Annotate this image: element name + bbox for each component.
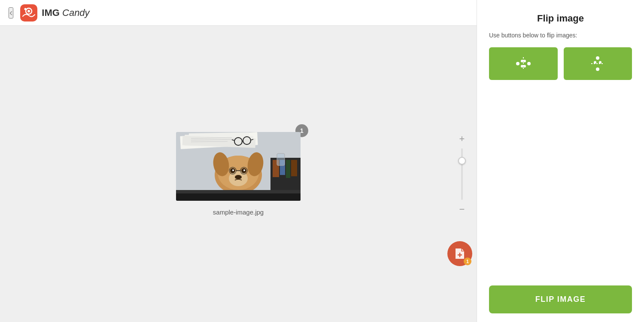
flip-buttons-row — [489, 47, 632, 80]
svg-point-2 — [27, 10, 30, 12]
zoom-out-button[interactable]: − — [456, 203, 468, 215]
svg-point-25 — [243, 169, 245, 171]
svg-rect-35 — [277, 153, 285, 166]
image-preview — [176, 132, 301, 201]
add-file-count-badge: 1 — [464, 258, 471, 265]
logo-icon — [19, 3, 38, 22]
sidebar-title: Flip image — [489, 13, 632, 24]
zoom-slider-thumb[interactable] — [458, 157, 466, 165]
svg-point-51 — [596, 67, 599, 71]
zoom-controls: + − — [456, 133, 468, 215]
logo-text: IMG Candy — [42, 7, 89, 18]
navbar: ‹ IMG Candy — [0, 0, 477, 26]
image-preview-svg — [176, 132, 301, 201]
flip-vertical-button[interactable] — [564, 47, 632, 80]
svg-rect-34 — [291, 160, 297, 176]
svg-point-45 — [523, 60, 526, 62]
svg-line-14 — [242, 141, 243, 141]
image-filename: sample-image.jpg — [213, 209, 264, 216]
back-button[interactable]: ‹ — [9, 7, 13, 18]
svg-point-3 — [24, 8, 27, 10]
flip-vertical-icon — [587, 53, 608, 74]
svg-point-46 — [523, 65, 526, 67]
svg-point-47 — [596, 56, 599, 60]
canvas-area: + − 1 — [0, 26, 477, 322]
sidebar: Flip image Use buttons below to flip ima… — [477, 0, 644, 322]
svg-rect-37 — [176, 190, 301, 193]
sidebar-description: Use buttons below to flip images: — [489, 32, 632, 39]
svg-point-40 — [516, 62, 519, 65]
svg-rect-33 — [286, 160, 290, 178]
logo: IMG Candy — [19, 3, 89, 22]
flip-horizontal-icon — [513, 53, 534, 74]
flip-horizontal-button[interactable] — [489, 47, 558, 80]
zoom-in-button[interactable]: + — [456, 133, 468, 145]
image-card: 1 — [176, 132, 301, 216]
zoom-slider-track[interactable] — [461, 148, 463, 200]
svg-rect-0 — [20, 4, 37, 21]
add-file-button[interactable]: 1 — [447, 241, 472, 266]
svg-point-26 — [235, 175, 242, 179]
flip-image-action-button[interactable]: FLIP IMAGE — [489, 285, 632, 313]
svg-point-44 — [527, 62, 531, 65]
svg-point-24 — [232, 169, 234, 171]
